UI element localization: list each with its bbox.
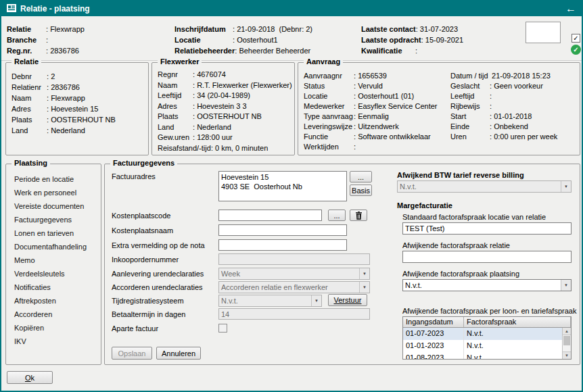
delete-kostenplaats-button[interactable] bbox=[350, 210, 367, 221]
info-row: Leeftijd34 (20-04-1989) bbox=[158, 91, 292, 101]
back-arrow-icon[interactable]: ← bbox=[565, 3, 576, 14]
kostenplaatsnaam-input[interactable] bbox=[218, 224, 347, 236]
sidebar-item[interactable]: Documentafhandeling bbox=[14, 240, 99, 253]
table-header: Ingangsdatum Factorafspraak bbox=[403, 317, 571, 328]
info-row: Type aanvraagEenmalig bbox=[304, 112, 449, 122]
factuurgegevens-group-title: Factuurgegevens bbox=[110, 159, 177, 167]
info-row: Regnr4676074 bbox=[158, 70, 292, 80]
sidebar-item[interactable]: IKV bbox=[14, 335, 99, 348]
extra-vermelding-label: Extra vermelding op de nota bbox=[112, 241, 205, 249]
scroll-up-icon[interactable]: ▲ bbox=[563, 328, 571, 335]
info-row: PlaatsOOSTERHOUT NB bbox=[11, 114, 145, 125]
margefacturatie-label: Margefacturatie bbox=[397, 201, 452, 210]
aanvraag-groupbox: Aanvraag Aanvraagnr1656539StatusVervuldL… bbox=[298, 62, 580, 155]
btw-select: N.v.t. ▼ bbox=[397, 180, 572, 193]
kostenplaatscode-input[interactable] bbox=[218, 210, 322, 221]
standaard-factorafspraak-label: Standaard factorafspraak locatie van rel… bbox=[402, 213, 546, 221]
relatie-rows: Debnr2Relatienr2836786NaamFlexwrappAdres… bbox=[11, 71, 145, 136]
trash-icon bbox=[355, 212, 363, 220]
info-row: MedewerkerEasyflex Service Center bbox=[304, 101, 449, 112]
ok-button[interactable]: Ok bbox=[7, 371, 53, 384]
aanvraag-right-rows: Datum / tijd21-09-2018 15:23GeslachtGeen… bbox=[450, 71, 579, 142]
accorderen-label: Accorderen urendeclaraties bbox=[112, 283, 203, 291]
extra-vermelding-input[interactable] bbox=[218, 239, 347, 251]
info-row: LandNederland bbox=[158, 122, 292, 133]
info-row: FunctieSoftware ontwikkelaar bbox=[304, 132, 449, 142]
sidebar-item[interactable]: Memo bbox=[14, 253, 99, 267]
info-row: Rijbewijs bbox=[450, 101, 579, 112]
annuleren-button[interactable]: Annuleren bbox=[156, 347, 201, 360]
info-row: Datum / tijd21-09-2018 15:23 bbox=[450, 71, 579, 81]
header-row: Kwalificatie bbox=[361, 45, 463, 56]
sidebar-item[interactable]: Periode en locatie bbox=[14, 172, 99, 186]
table-scrollbar[interactable]: ▲ ▼ bbox=[562, 328, 571, 359]
verstuur-button[interactable]: Verstuur bbox=[328, 294, 367, 306]
header-row: Branche bbox=[7, 34, 85, 45]
info-row: Gew.uren128:00 uur bbox=[158, 132, 292, 143]
info-row: AdresHoevestein 3 3 bbox=[158, 101, 292, 112]
factuuradres-box: Hoevestein 15 4903 SE Oosterhout Nb bbox=[218, 171, 347, 201]
chevron-down-icon: ▼ bbox=[561, 280, 571, 291]
factuuradres-basis-button[interactable]: Basis bbox=[350, 185, 372, 196]
info-row: NaamFlexwrapp bbox=[11, 93, 145, 103]
sidebar-item[interactable]: Notificaties bbox=[14, 280, 99, 294]
header-row: Laatste contact31-07-2023 bbox=[361, 24, 463, 34]
header-row: RelatieFlexwrapp bbox=[7, 24, 85, 34]
factuuradres-label: Factuuradres bbox=[112, 172, 156, 180]
sidebar-item[interactable]: Werk en personeel bbox=[14, 186, 99, 199]
standaard-factorafspraak-input[interactable] bbox=[402, 222, 572, 235]
info-row: Uren0:00 uren per week bbox=[450, 132, 579, 142]
sidebar-item[interactable]: Vereiste documenten bbox=[14, 199, 99, 213]
aanlevering-label: Aanlevering urendeclaraties bbox=[112, 270, 204, 278]
tijdregistratie-label: Tijdregistratiesysteem bbox=[112, 297, 184, 305]
info-row: Werktijden bbox=[304, 142, 449, 152]
relatie-group-title: Relatie bbox=[11, 57, 41, 66]
table-row[interactable]: 01-08-2023N.v.t. bbox=[403, 352, 571, 360]
info-row: PlaatsOOSTERHOUT NB bbox=[158, 112, 292, 122]
table-row[interactable]: 01-07-2023N.v.t. bbox=[403, 328, 571, 340]
aanvraag-left-rows: Aanvraagnr1656539StatusVervuldLocatieOos… bbox=[304, 71, 449, 152]
sidebar-item[interactable]: Accorderen bbox=[14, 308, 99, 321]
header-summary: RelatieFlexwrappBrancheReg.nr.2836786 In… bbox=[1, 16, 582, 61]
app-icon bbox=[7, 3, 16, 14]
plaatsing-group-title: Plaatsing bbox=[11, 159, 50, 167]
table-row[interactable]: 01-01-2023N.v.t. bbox=[403, 340, 571, 352]
flexwerker-groupbox: Flexwerker Regnr4676074NaamR.T. Flexwerk… bbox=[151, 62, 295, 155]
scrollbar-thumb[interactable] bbox=[563, 336, 570, 345]
header-row: Laatste opdracht15-09-2021 bbox=[361, 34, 463, 45]
sidebar-item[interactable]: Lonen en tarieven bbox=[14, 226, 99, 240]
info-row: GeslachtGeen voorkeur bbox=[450, 81, 579, 91]
chevron-down-icon: ▼ bbox=[359, 282, 369, 293]
scroll-down-icon[interactable]: ▼ bbox=[563, 351, 571, 359]
plaatsing-groupbox: Plaatsing Periode en locatieWerk en pers… bbox=[5, 164, 101, 365]
sidebar-item[interactable]: Verdeelsleutels bbox=[14, 267, 99, 280]
table-body: 01-07-2023N.v.t.01-01-2023N.v.t.01-08-20… bbox=[403, 328, 571, 360]
info-row: StatusVervuld bbox=[304, 81, 449, 91]
factuurgegevens-groupbox: Factuurgegevens Factuuradres Hoevestein … bbox=[104, 164, 580, 365]
kostenplaatscode-label: Kostenplaatscode bbox=[112, 212, 170, 220]
factuuradres-more-button[interactable]: ... bbox=[350, 171, 372, 182]
header-col-inschrijving: Inschrijfdatum21-09-2018 (Debnr: 2)Locat… bbox=[174, 24, 312, 56]
kostenplaatscode-more-button[interactable]: ... bbox=[328, 210, 346, 221]
aparte-factuur-checkbox[interactable] bbox=[218, 324, 227, 333]
titlebar: Relatie - plaatsing ← bbox=[1, 1, 582, 16]
sidebar-item[interactable]: Aftrekposten bbox=[14, 294, 99, 308]
inkoopordernummer-input bbox=[218, 253, 370, 265]
flexwerker-group-title: Flexwerker bbox=[158, 57, 202, 66]
afwijkende-relatie-input[interactable] bbox=[402, 251, 572, 263]
sidebar-item[interactable]: Kopiëren bbox=[14, 321, 99, 335]
column-header-factorafspraak: Factorafspraak bbox=[464, 317, 571, 327]
chevron-down-icon: ▼ bbox=[311, 295, 321, 306]
aanvraag-group-title: Aanvraag bbox=[304, 57, 343, 66]
header-checkbox[interactable]: ✓ bbox=[572, 34, 580, 43]
btw-label: Afwijkend BTW tarief reverse billing bbox=[397, 171, 524, 179]
sidebar-item[interactable]: Factuurgegevens bbox=[14, 213, 99, 226]
opslaan-button: Opslaan bbox=[112, 347, 152, 360]
aparte-factuur-label: Aparte factuur bbox=[112, 324, 158, 333]
info-row: Leeftijd bbox=[450, 91, 579, 101]
afwijkende-plaatsing-select[interactable]: N.v.t. ▼ bbox=[402, 279, 572, 291]
photo-box bbox=[526, 22, 561, 43]
info-row: AdresHoevestein 15 bbox=[11, 103, 145, 114]
chevron-down-icon: ▼ bbox=[561, 181, 571, 192]
kostenplaatsnaam-label: Kostenplaatsnaam bbox=[112, 226, 173, 235]
